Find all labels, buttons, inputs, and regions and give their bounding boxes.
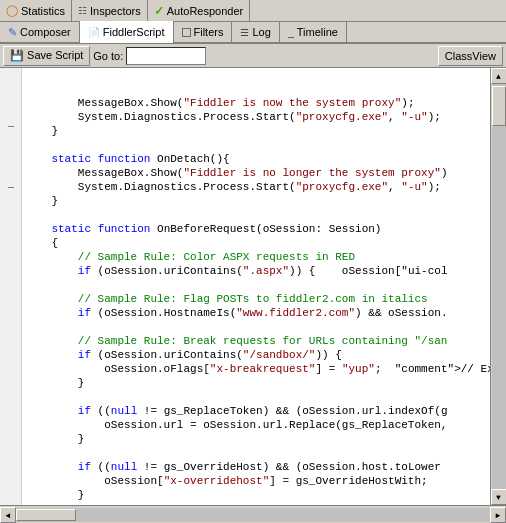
toolbar: 💾 Save Script Go to: ClassView [0, 44, 506, 68]
code-line [22, 446, 490, 460]
tab-timeline[interactable]: ⎯ Timeline [280, 21, 347, 43]
tab-autoresponder[interactable]: ✓ AutoResponder [148, 0, 250, 22]
code-line: // Sample Rule: Break requests for URLs … [22, 334, 490, 348]
gutter-item [0, 202, 21, 214]
gutter-item [0, 347, 21, 359]
comment-text: // Sample Rule: Break requests for URLs … [25, 335, 447, 347]
gutter-item[interactable]: ⎯ [0, 117, 21, 129]
tab-composer[interactable]: ✎ Composer [0, 21, 80, 43]
code-line [22, 278, 490, 292]
gutter-item[interactable]: ⎯ [0, 177, 21, 189]
scroll-track[interactable] [492, 84, 506, 489]
code-line: // Sample Rule: Color ASPX requests in R… [22, 250, 490, 264]
gutter-item [0, 129, 21, 141]
code-content: MessageBox.Show("Fiddler is now the syst… [22, 68, 490, 505]
code-line: if ((null != gs_ReplaceToken) && (oSessi… [22, 404, 490, 418]
code-line: static function OnBeforeRequest(oSession… [22, 222, 490, 236]
fiddlerscript-icon: 📄 [88, 27, 100, 38]
hscroll-track[interactable] [16, 508, 490, 522]
scroll-left-button[interactable]: ◄ [0, 507, 16, 523]
classview-button[interactable]: ClassView [438, 46, 503, 66]
scroll-down-button[interactable]: ▼ [491, 489, 507, 505]
gutter-item [0, 287, 21, 299]
gutter-item [0, 165, 21, 177]
line-gutter: ⎯⎯ [0, 68, 22, 505]
collapse-button[interactable]: ⎯ [8, 117, 14, 128]
code-line [22, 320, 490, 334]
comment-text: // Sample Rule: Color ASPX requests in R… [25, 251, 355, 263]
tab-fiddlerscript-label: FiddlerScript [103, 26, 165, 38]
save-script-button[interactable]: 💾 Save Script [3, 46, 90, 66]
bottom-bar: ◄ ► [0, 505, 506, 523]
gutter-item [0, 238, 21, 250]
tab-fiddlerscript[interactable]: 📄 FiddlerScript [80, 21, 174, 43]
code-line: System.Diagnostics.Process.Start("proxyc… [22, 110, 490, 124]
code-line: } [22, 432, 490, 446]
gutter-item [0, 469, 21, 481]
goto-input[interactable] [126, 47, 206, 65]
gutter-item [0, 80, 21, 92]
code-line: oSession.oFlags["x-breakrequest"] = "yup… [22, 362, 490, 376]
tab-bar-2: ✎ Composer 📄 FiddlerScript Filters ☰ Log… [0, 22, 506, 44]
gutter-item [0, 481, 21, 493]
timeline-icon: ⎯ [288, 27, 294, 38]
code-line: // Sample Rule: Flag POSTs to fiddler2.c… [22, 292, 490, 306]
goto-label: Go to: [93, 50, 123, 62]
code-line: if (oSession.uriContains(".aspx")) { oSe… [22, 264, 490, 278]
vertical-scrollbar[interactable]: ▲ ▼ [490, 68, 506, 505]
gutter-item [0, 189, 21, 201]
editor-container: ⎯⎯ MessageBox.Show("Fiddler is now the s… [0, 68, 506, 505]
code-line: MessageBox.Show("Fiddler is now the syst… [22, 96, 490, 110]
tab-log[interactable]: ☰ Log [232, 21, 279, 43]
grid-icon: ☷ [78, 5, 87, 16]
clock-icon: ◯ [6, 4, 18, 17]
gutter-item [0, 359, 21, 371]
tab-timeline-label: Timeline [297, 26, 338, 38]
code-line [22, 390, 490, 404]
filter-checkbox-icon [182, 28, 191, 37]
tab-inspectors[interactable]: ☷ Inspectors [72, 0, 148, 22]
collapse-button[interactable]: ⎯ [8, 178, 14, 189]
gutter-item [0, 68, 21, 80]
gutter-item [0, 250, 21, 262]
scroll-up-button[interactable]: ▲ [491, 68, 507, 84]
gutter-item [0, 311, 21, 323]
tab-filters[interactable]: Filters [174, 21, 233, 43]
gutter-item [0, 92, 21, 104]
gutter-item [0, 226, 21, 238]
gutter-item [0, 408, 21, 420]
tab-statistics-label: Statistics [21, 5, 65, 17]
code-line [22, 208, 490, 222]
tab-autoresponder-label: AutoResponder [167, 5, 243, 17]
composer-icon: ✎ [8, 26, 17, 39]
tab-log-label: Log [252, 26, 270, 38]
gutter-item [0, 493, 21, 505]
code-area[interactable]: MessageBox.Show("Fiddler is now the syst… [22, 68, 490, 505]
code-line [22, 138, 490, 152]
scroll-right-button[interactable]: ► [490, 507, 506, 523]
code-line: if ((null != gs_OverrideHost) && (oSessi… [22, 460, 490, 474]
code-line: } [22, 194, 490, 208]
gutter-item [0, 262, 21, 274]
lightning-icon: ✓ [154, 4, 164, 18]
gutter-item [0, 335, 21, 347]
scroll-thumb[interactable] [492, 86, 506, 126]
tab-inspectors-label: Inspectors [90, 5, 141, 17]
code-line: if (oSession.HostnameIs("www.fiddler2.co… [22, 306, 490, 320]
gutter-item [0, 153, 21, 165]
gutter-item [0, 141, 21, 153]
save-script-label: Save Script [27, 49, 83, 61]
gutter-item [0, 214, 21, 226]
hscroll-thumb[interactable] [16, 509, 76, 521]
gutter-item [0, 384, 21, 396]
gutter-item [0, 432, 21, 444]
gutter-item [0, 104, 21, 116]
code-line: oSession.url = oSession.url.Replace(gs_R… [22, 418, 490, 432]
code-line [22, 502, 490, 505]
tab-composer-label: Composer [20, 26, 71, 38]
gutter-item [0, 323, 21, 335]
gutter-item [0, 274, 21, 286]
code-line: { [22, 236, 490, 250]
tab-statistics[interactable]: ◯ Statistics [0, 0, 72, 22]
code-line: } [22, 376, 490, 390]
